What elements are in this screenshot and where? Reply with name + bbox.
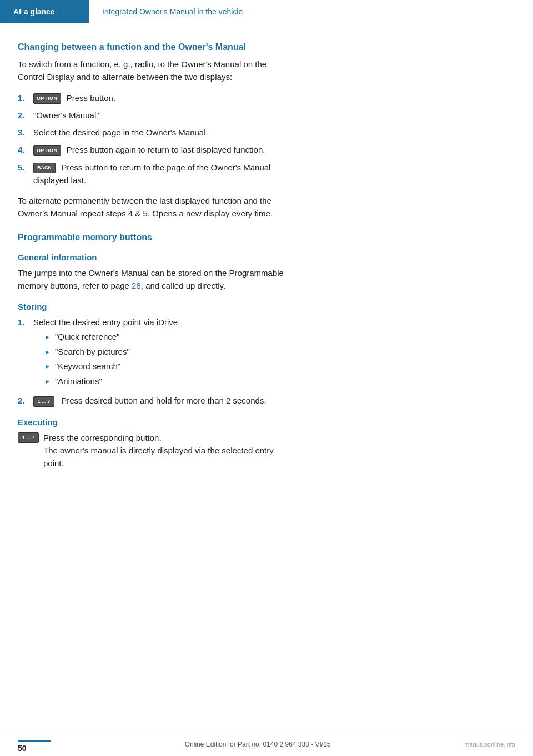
step-5: 5. BACK Press button to return to the pa… [18,161,293,187]
arrow-icon-4: ► [44,377,51,386]
storing-step-2-content: 1 ... 7 Press desired button and hold fo… [33,394,293,407]
footer-page-number: 50 [18,744,27,753]
bullet-search-pictures: ► "Search by pictures" [44,346,293,359]
footer-center-text: Online Edition for Part no. 0140 2 964 3… [185,740,331,748]
memory-button-icon-storing: 1 ... 7 [33,396,54,407]
bullet-quick-ref-text: "Quick reference" [55,331,120,344]
executing-content: Press the corresponding button. The owne… [43,431,293,470]
bullet-search-pictures-text: "Search by pictures" [55,346,130,359]
main-section-title: Changing between a function and the Owne… [18,42,293,52]
step-1-text: Press button. [67,93,115,103]
bullet-keyword-search-text: "Keyword search" [55,360,120,373]
storing-step-1-content: Select the desired entry point via iDriv… [33,316,293,390]
step-4-text: Press button again to return to last dis… [67,145,265,154]
bullet-quick-ref: ► "Quick reference" [44,331,293,344]
tab-integrated-manual-label: Integrated Owner's Manual in the vehicle [102,7,243,16]
memory-button-icon-executing: 1 ... 7 [18,432,39,443]
tab-integrated-manual[interactable]: Integrated Owner's Manual in the vehicle [89,0,533,23]
alternate-text: To alternate permanently between the las… [18,194,293,220]
step-5-content: BACK Press button to return to the page … [33,161,293,187]
step-5-text: Press button to return to the page of th… [33,163,270,185]
step-1-content: OPTION Press button. [33,92,293,104]
intro-text: To switch from a function, e. g., radio,… [18,58,293,84]
executing-title: Executing [18,417,293,427]
footer-divider [18,740,51,742]
arrow-icon-1: ► [44,332,51,342]
bullet-animations: ► "Animations" [44,375,293,388]
option-button-icon-1: OPTION [33,93,61,104]
storing-title: Storing [18,302,293,311]
page-footer: 50 Online Edition for Part no. 0140 2 96… [0,732,533,756]
general-info-text: The jumps into the Owner's Manual can be… [18,266,293,293]
tab-at-a-glance-label: At a glance [13,7,55,16]
storing-step-2: 2. 1 ... 7 Press desired button and hold… [18,394,293,407]
storing-step-2-num: 2. [18,394,33,407]
executing-row: 1 ... 7 Press the corresponding button. … [18,431,293,470]
back-button-icon: BACK [33,163,56,173]
page-28-link[interactable]: 28 [132,281,141,290]
general-info-after-link: , and called up directly. [141,281,225,290]
step-3-text: Select the desired page in the Owner's M… [33,126,293,139]
step-2: 2. "Owner's Manual" [18,109,293,122]
step-1: 1. OPTION Press button. [18,92,293,104]
page-header: At a glance Integrated Owner's Manual in… [0,0,533,23]
step-5-num: 5. [18,161,33,174]
step-2-num: 2. [18,109,33,122]
tab-at-a-glance[interactable]: At a glance [0,0,89,23]
step-4-content: OPTION Press button again to return to l… [33,143,293,156]
bullet-animations-text: "Animations" [55,375,102,388]
programmable-section: Programmable memory buttons General info… [18,233,293,470]
general-info-title: General information [18,253,293,262]
programmable-title: Programmable memory buttons [18,233,293,243]
step-4-num: 4. [18,143,33,156]
storing-step-1-num: 1. [18,316,33,329]
storing-step-1-text: Select the desired entry point via iDriv… [33,317,180,327]
sub-bullet-list: ► "Quick reference" ► "Search by picture… [44,331,293,387]
storing-step-2-text: Press desired button and hold for more t… [61,396,266,405]
step-4: 4. OPTION Press button again to return t… [18,143,293,156]
storing-steps-list: 1. Select the desired entry point via iD… [18,316,293,407]
executing-text-2: The owner's manual is directly dis­playe… [43,444,293,470]
bullet-keyword-search: ► "Keyword search" [44,360,293,373]
main-content: Changing between a function and the Owne… [0,23,311,506]
arrow-icon-2: ► [44,347,51,357]
step-1-num: 1. [18,92,33,104]
steps-list: 1. OPTION Press button. 2. "Owner's Manu… [18,92,293,187]
option-button-icon-2: OPTION [33,145,61,156]
arrow-icon-3: ► [44,362,51,371]
footer-watermark-text: manualsonline.info [464,741,515,748]
executing-text-1: Press the corresponding button. [43,431,293,444]
step-3: 3. Select the desired page in the Owner'… [18,126,293,139]
storing-step-1: 1. Select the desired entry point via iD… [18,316,293,390]
step-2-text: "Owner's Manual" [33,109,293,122]
step-3-num: 3. [18,126,33,139]
